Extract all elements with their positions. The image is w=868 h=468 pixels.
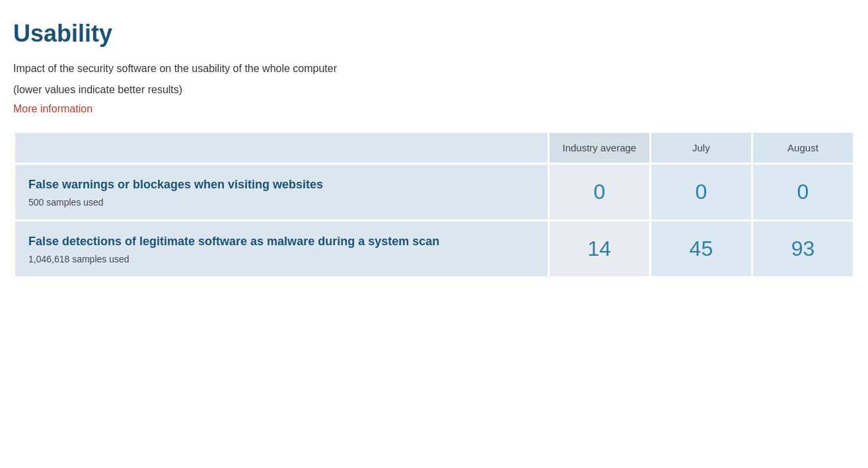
- description-line1: Impact of the security software on the u…: [13, 61, 855, 77]
- row-industry-average-value: 0: [548, 164, 650, 221]
- row-title: False warnings or blockages when visitin…: [28, 176, 534, 193]
- row-subtitle: 500 samples used: [28, 197, 534, 208]
- table-row: False detections of legitimate software …: [15, 221, 854, 278]
- row-july-value: 45: [650, 221, 752, 278]
- row-august-value: 0: [752, 164, 853, 221]
- row-industry-average-value: 14: [548, 221, 650, 278]
- row-title: False detections of legitimate software …: [28, 233, 534, 250]
- table-row: False warnings or blockages when visitin…: [15, 164, 854, 221]
- row-august-value: 93: [752, 221, 853, 278]
- table-header-empty: [15, 132, 549, 164]
- page-container: Usability Impact of the security softwar…: [0, 0, 868, 292]
- row-july-value: 0: [650, 164, 752, 221]
- table-header-august: August: [752, 132, 853, 164]
- usability-table: Industry average July August False warni…: [13, 131, 855, 278]
- table-header-july: July: [650, 132, 752, 164]
- row-label-cell: False warnings or blockages when visitin…: [15, 164, 549, 221]
- table-header-industry-average: Industry average: [548, 132, 650, 164]
- description-line2: (lower values indicate better results): [13, 82, 855, 98]
- row-label-cell: False detections of legitimate software …: [15, 221, 549, 278]
- row-subtitle: 1,046,618 samples used: [28, 254, 534, 264]
- page-title: Usability: [13, 20, 855, 48]
- more-information-link[interactable]: More information: [13, 103, 92, 115]
